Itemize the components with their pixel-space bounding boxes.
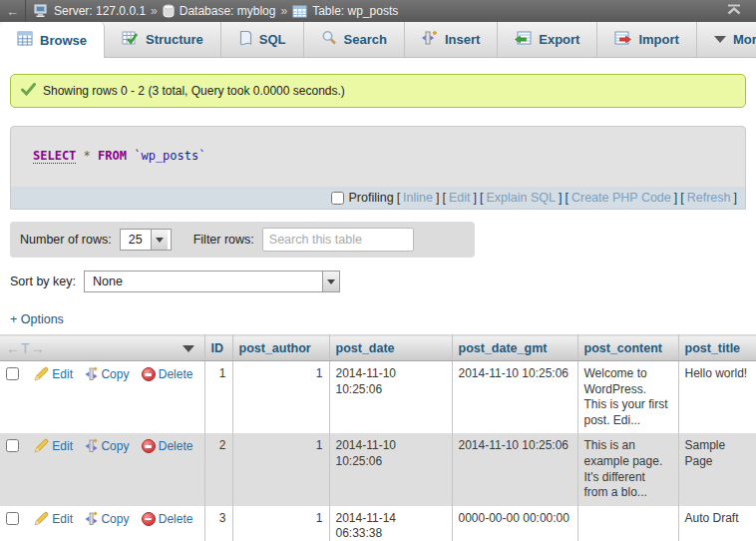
column-header-post-date-gmt[interactable]: post_date_gmt xyxy=(452,335,577,361)
number-of-rows-label: Number of rows: xyxy=(20,233,112,247)
tab-insert[interactable]: Insert xyxy=(405,22,498,57)
bracket: [ xyxy=(680,191,683,205)
row-checkbox[interactable] xyxy=(6,512,19,525)
cell-post-content: This is an example page. It's different … xyxy=(577,433,678,505)
edit-link[interactable]: Edit xyxy=(52,367,73,381)
breadcrumb-database[interactable]: Database: myblog xyxy=(180,4,276,18)
rows-filter-bar: Number of rows: 25 Filter rows: xyxy=(10,222,475,258)
cell-post-content xyxy=(577,506,678,541)
table-row: Edit Copy Delete 3 1 2014-11-14 06:33:38… xyxy=(0,506,756,541)
cell-post-author: 1 xyxy=(232,433,329,505)
create-php-code-link[interactable]: Create PHP Code xyxy=(571,191,671,205)
row-checkbox[interactable] xyxy=(6,439,19,452)
breadcrumb-table[interactable]: Table: wp_posts xyxy=(312,4,398,18)
sort-by-key-select[interactable]: None xyxy=(84,270,340,292)
cell-post-date-gmt: 2014-11-10 10:25:06 xyxy=(452,433,577,505)
bracket: [ xyxy=(565,191,567,205)
tab-structure-label: Structure xyxy=(146,32,203,47)
query-links-bar: Profiling [ Inline ] [ Edit ] [ Explain … xyxy=(11,187,745,209)
delete-link[interactable]: Delete xyxy=(159,367,193,381)
column-header-id[interactable]: ID xyxy=(204,335,232,361)
copy-icon xyxy=(85,511,98,531)
explain-sql-link[interactable]: Explain SQL xyxy=(486,191,555,205)
table-header-row: ←T→ ID post_author post_date post_date_g… xyxy=(0,335,756,361)
copy-link[interactable]: Copy xyxy=(101,367,129,381)
sort-caret-icon[interactable] xyxy=(183,345,194,352)
cell-id: 2 xyxy=(204,433,232,505)
profiling-checkbox[interactable] xyxy=(331,192,344,205)
edit-pencil-icon xyxy=(34,438,49,458)
delete-link[interactable]: Delete xyxy=(159,439,193,453)
sort-by-key-label: Sort by key: xyxy=(10,274,76,288)
row-actions-cell: Edit Copy Delete xyxy=(0,506,204,541)
bracket: ] xyxy=(734,191,737,205)
copy-link[interactable]: Copy xyxy=(101,439,129,453)
select-arrow-icon xyxy=(151,230,168,250)
transpose-icon[interactable]: ←T→ xyxy=(6,340,46,356)
cell-post-date: 2014-11-14 06:33:38 xyxy=(329,506,452,541)
refresh-link[interactable]: Refresh xyxy=(687,191,731,205)
breadcrumb-separator2: » xyxy=(280,4,287,18)
search-icon xyxy=(321,30,337,49)
edit-query-link[interactable]: Edit xyxy=(449,191,471,205)
cell-post-title: Hello world! xyxy=(678,361,756,434)
delete-link[interactable]: Delete xyxy=(159,512,193,526)
cell-id: 1 xyxy=(204,361,232,434)
copy-icon xyxy=(85,438,98,458)
breadcrumb-server[interactable]: Server: 127.0.0.1 xyxy=(54,4,146,18)
cell-post-date: 2014-11-10 10:25:06 xyxy=(329,433,452,505)
insert-icon xyxy=(422,30,438,49)
profiling-toggle[interactable]: Profiling xyxy=(331,191,393,205)
column-header-post-author[interactable]: post_author xyxy=(232,335,329,361)
number-of-rows-select[interactable]: 25 xyxy=(120,229,172,251)
tab-insert-label: Insert xyxy=(445,32,480,47)
edit-pencil-icon xyxy=(34,511,49,531)
delete-icon xyxy=(142,512,156,526)
tab-more[interactable]: More xyxy=(697,22,756,57)
export-icon xyxy=(515,31,532,49)
tab-sql[interactable]: SQL xyxy=(221,22,304,57)
row-actions-cell: Edit Copy Delete xyxy=(0,433,204,505)
import-icon xyxy=(614,31,631,49)
collapse-toolbar-button[interactable] xyxy=(712,4,756,18)
tab-browse[interactable]: Browse xyxy=(0,22,105,58)
tab-strip: Browse Structure SQL Search Insert Expor… xyxy=(0,22,756,58)
copy-link[interactable]: Copy xyxy=(101,512,129,526)
column-header-post-title[interactable]: post_title xyxy=(678,335,756,361)
tab-structure[interactable]: Structure xyxy=(105,22,221,57)
structure-icon xyxy=(122,31,139,49)
transpose-header-cell[interactable]: ←T→ xyxy=(0,335,204,361)
breadcrumb: Server: 127.0.0.1 » Database: myblog » T… xyxy=(26,4,712,18)
cell-post-date-gmt: 0000-00-00 00:00:00 xyxy=(452,506,577,541)
bracket: ] xyxy=(674,191,677,205)
sql-keyword-from: FROM xyxy=(98,149,127,163)
inline-link[interactable]: Inline xyxy=(403,191,433,205)
column-header-post-date[interactable]: post_date xyxy=(329,335,452,361)
edit-link[interactable]: Edit xyxy=(52,512,73,526)
results-table: ←T→ ID post_author post_date post_date_g… xyxy=(0,334,756,541)
database-icon xyxy=(163,4,175,18)
filter-rows-input[interactable] xyxy=(262,228,414,252)
table-row: Edit Copy Delete 1 1 2014-11-10 10:25:06… xyxy=(0,361,756,434)
browse-icon xyxy=(17,31,33,49)
options-toggle-link[interactable]: + Options xyxy=(10,312,64,326)
sql-keyword-select: SELECT xyxy=(33,149,76,164)
column-header-post-content[interactable]: post_content xyxy=(577,335,678,361)
sql-table-ref: `wp_posts` xyxy=(134,149,205,163)
sql-star: * xyxy=(84,149,91,163)
tab-export[interactable]: Export xyxy=(498,22,597,57)
tab-search[interactable]: Search xyxy=(304,22,405,57)
table-icon xyxy=(292,5,307,18)
row-checkbox[interactable] xyxy=(6,367,19,380)
cell-post-author: 1 xyxy=(232,361,329,434)
server-icon xyxy=(34,4,49,18)
back-arrow-icon: ← xyxy=(6,4,19,19)
chevron-down-icon xyxy=(714,36,726,43)
back-arrow-button[interactable]: ← xyxy=(0,0,26,22)
profiling-label: Profiling xyxy=(348,191,393,205)
tab-import[interactable]: Import xyxy=(597,22,696,57)
cell-post-author: 1 xyxy=(232,506,329,541)
delete-icon xyxy=(142,367,156,381)
edit-link[interactable]: Edit xyxy=(52,439,73,453)
sql-icon xyxy=(238,30,252,49)
